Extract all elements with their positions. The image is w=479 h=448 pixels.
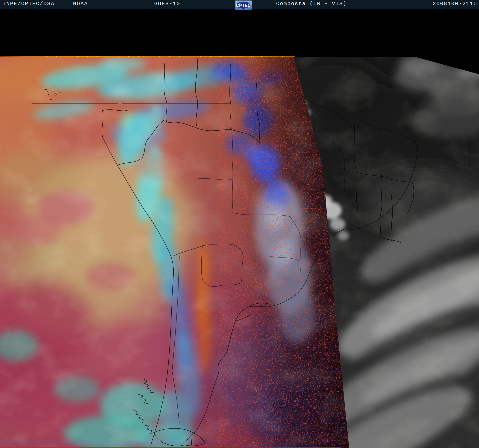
timestamp-label: 200810072115	[433, 1, 477, 7]
logo-text: CPTEC	[236, 3, 251, 8]
film-grain	[0, 57, 479, 448]
satellite-label: GOES-10	[154, 1, 180, 7]
network-label: NOAA	[73, 1, 88, 7]
agency-label: INPE/CPTEC/DSA	[3, 1, 55, 7]
cptec-logo: CPTEC	[235, 1, 252, 10]
product-label: Composta (IR - VIS)	[276, 1, 347, 7]
satellite-image	[0, 0, 479, 448]
